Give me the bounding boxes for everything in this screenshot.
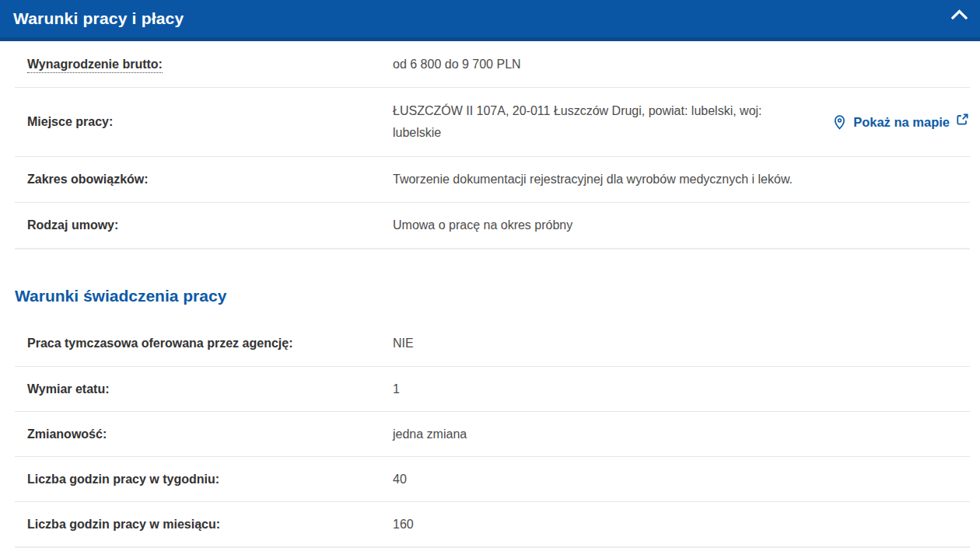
table-row: Rodzaj umowy: Umowa o pracę na okres pró… — [15, 202, 970, 248]
table-row: Wymiar etatu: 1 — [15, 366, 970, 411]
row-label: Zmianowość: — [27, 425, 393, 444]
row-value: od 6 800 do 9 700 PLN — [393, 54, 970, 75]
pay-conditions-table: Wynagrodzenie brutto: od 6 800 do 9 700 … — [15, 41, 970, 249]
row-value: 40 — [393, 469, 970, 490]
row-label: Wymiar etatu: — [27, 380, 393, 399]
row-label: Liczba godzin pracy w tygodniu: — [27, 470, 393, 489]
table-row: Praca tymczasowa oferowana przez agencję… — [15, 321, 970, 366]
row-value: Tworzenie dokumentacji rejestracyjnej dl… — [393, 169, 970, 190]
work-conditions-table: Praca tymczasowa oferowana przez agencję… — [15, 321, 970, 548]
row-value: Umowa o pracę na okres próbny — [393, 214, 970, 236]
collapse-panel-button[interactable] — [951, 9, 968, 19]
map-link-label: Pokaż na mapie — [853, 115, 950, 130]
row-value: jedna zmiana — [393, 424, 970, 445]
external-link-icon — [957, 113, 968, 125]
location-pin-icon — [833, 114, 846, 130]
row-label: Zakres obowiązków: — [27, 170, 393, 189]
table-row: Zmianowość: jedna zmiana — [15, 411, 970, 456]
section-heading-work-conditions: Warunki świadczenia pracy — [15, 285, 980, 307]
table-row: Miejsce pracy: ŁUSZCZÓW II 107A, 20-011 … — [15, 87, 970, 156]
table-row: Zakres obowiązków: Tworzenie dokumentacj… — [15, 156, 970, 202]
chevron-up-icon — [951, 9, 968, 19]
row-value: NIE — [393, 333, 970, 354]
row-label: Miejsce pracy: — [27, 113, 393, 131]
table-row: Liczba godzin pracy w tygodniu: 40 — [15, 456, 970, 501]
table-row: Liczba godzin pracy w miesiącu: 160 — [15, 501, 970, 546]
row-value: 160 — [393, 514, 970, 535]
row-label: Wynagrodzenie brutto: — [27, 55, 393, 74]
row-label: Praca tymczasowa oferowana przez agencję… — [27, 334, 393, 353]
panel-title: Warunki pracy i płacy — [13, 9, 184, 28]
table-row: Wynagrodzenie brutto: od 6 800 do 9 700 … — [15, 41, 970, 87]
row-value: 1 — [393, 378, 970, 400]
panel-header: Warunki pracy i płacy — [0, 0, 980, 41]
show-on-map-link[interactable]: Pokaż na mapie — [833, 114, 970, 130]
row-value: ŁUSZCZÓW II 107A, 20-011 Łuszczów Drugi,… — [393, 100, 797, 144]
tooltip-term[interactable]: Wynagrodzenie brutto: — [27, 58, 163, 73]
row-label: Liczba godzin pracy w miesiącu: — [27, 515, 393, 534]
row-label: Rodzaj umowy: — [27, 216, 393, 235]
panel-body: Wynagrodzenie brutto: od 6 800 do 9 700 … — [0, 41, 980, 548]
